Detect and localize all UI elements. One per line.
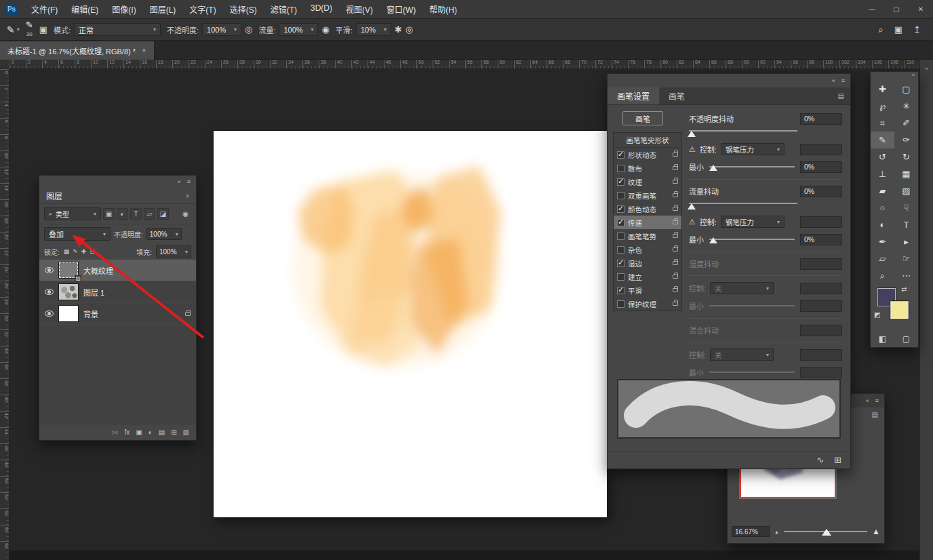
lock-icon[interactable] [673,261,678,265]
toggle-brush-panel-icon[interactable]: ▣ [39,24,47,35]
filter-pin-icon[interactable]: ◉ [180,208,191,220]
layer-filter-select[interactable]: ⌕ 类型 ▾ [44,207,101,220]
layer-thumbnail[interactable] [58,283,79,300]
dodge-tool[interactable]: ◐ [871,216,894,233]
tab-layers[interactable]: 图层 [46,190,62,201]
brush-setting-row[interactable]: 建立 [614,270,681,283]
filter-shape-icon[interactable]: ▱ [144,208,155,220]
document-canvas[interactable] [214,131,607,517]
menu-item[interactable]: 帮助(H) [422,3,464,15]
healing-brush-tool[interactable]: ✑ [894,132,918,148]
panel-menu-icon[interactable]: ≡ [187,178,191,185]
restore-button[interactable]: ▢ [884,5,909,13]
brush-tip-shape-item[interactable]: 画笔笔尖形状 [614,133,681,148]
airbrush-icon[interactable]: ◉ [321,24,329,35]
swap-colors-icon[interactable]: ⇄ [901,285,907,293]
panel-menu-icon[interactable]: ≡ [875,397,879,404]
panel-collapse-icon[interactable]: « [866,397,869,404]
panel-menu-icon[interactable]: ≡ [841,77,845,84]
brush-presets-button[interactable]: 画笔 [622,111,663,125]
setting-checkbox[interactable] [617,205,624,213]
smoothing-select[interactable]: 10% ▾ [356,23,391,36]
screen-mode-button[interactable]: ▢ [902,334,910,344]
flow-jitter-slider[interactable] [689,200,842,209]
brush-panel-tab[interactable]: 画笔设置 [608,87,659,104]
panel-menu-icon[interactable]: ≡ [186,193,189,199]
setting-checkbox[interactable] [617,219,624,226]
lock-icon[interactable] [673,247,678,252]
menu-item[interactable]: 3D(D) [304,3,339,15]
filter-adjustment-icon[interactable]: ◐ [117,208,128,220]
brush-setting-row[interactable]: 传递 [614,216,681,229]
magic-wand-tool[interactable]: ✳ [894,98,918,115]
navigator-zoom-input[interactable]: 16.67% [732,526,770,537]
layer-fill-select[interactable]: 100% ▾ [156,245,191,258]
panel-collapse-icon[interactable]: « [178,178,181,185]
filter-image-icon[interactable]: ▣ [103,208,115,220]
filter-type-icon[interactable]: T [130,208,142,220]
navigator-options-icon[interactable]: ▤ [872,411,878,418]
brush-tool[interactable]: ✎ [871,132,894,148]
eraser-tool[interactable]: ▰ [871,182,894,199]
crop-tool[interactable]: ⌗ [871,115,894,132]
clone-stamp-tool[interactable]: ⊥ [871,165,894,182]
move-tool[interactable]: ✚ [871,81,894,98]
layer-blend-mode-select[interactable]: 叠加 ▾ [44,227,111,241]
menu-item[interactable]: 文件(F) [24,3,64,15]
layer-thumbnail[interactable]: ▨ [58,262,79,279]
opacity-minimum-slider[interactable] [709,163,795,171]
tab-close-icon[interactable]: ✕ [142,47,146,54]
opacity-jitter-value[interactable]: 0% [800,113,842,125]
zoom-tool[interactable]: ⌕ [871,267,894,284]
setting-checkbox[interactable] [617,246,624,254]
workspace-switcher-icon[interactable]: ▣ [894,24,902,35]
delete-layer-icon[interactable]: ▥ [183,428,189,436]
pressure-opacity-icon[interactable]: ◎ [245,24,252,35]
setting-checkbox[interactable] [617,192,624,199]
gradient-tool[interactable]: ▨ [894,182,918,199]
opacity-control-select[interactable]: 钢笔压力 ▾ [721,143,785,155]
panel-collapse-icon[interactable]: « [832,77,835,84]
setting-checkbox[interactable] [617,233,624,240]
lock-paint-icon[interactable]: ✎ [73,248,78,255]
live-tip-preview-icon[interactable]: ∿ [816,455,824,465]
flow-select[interactable]: 100% ▾ [279,23,318,36]
pattern-stamp-tool[interactable]: ▦ [894,165,918,182]
opacity-minimum-value[interactable]: 0% [800,161,842,173]
marquee-tool[interactable]: ▢ [894,81,918,98]
brush-setting-row[interactable]: 画笔笔势 [614,229,681,243]
layer-thumbnail[interactable] [58,305,79,322]
share-icon[interactable]: ↥ [913,24,921,35]
tool-preset-picker[interactable]: ✎ ▾ [7,24,20,35]
layer-visibility-icon[interactable] [45,267,54,273]
lock-icon[interactable] [673,234,678,238]
edit-toolbar[interactable]: ⋯ [894,267,918,284]
menu-item[interactable]: 选择(S) [223,3,264,15]
opacity-jitter-slider[interactable] [689,127,842,137]
setting-checkbox[interactable] [617,151,624,159]
lock-icon[interactable] [673,302,678,306]
hand-tool[interactable]: ☞ [894,250,918,267]
brush-setting-row[interactable]: 纹理 [614,175,681,188]
document-tab[interactable]: 未标题-1 @ 16.7%(大概纹理, RGB/8) * ✕ [0,41,155,60]
history-brush-tool[interactable]: ↺ [871,148,894,165]
layer-visibility-icon[interactable] [45,289,54,295]
layer-group-icon[interactable]: ▤ [159,428,165,436]
lock-icon[interactable] [673,220,678,224]
panel-options-icon[interactable]: ▤ [832,87,850,104]
adjustment-layer-icon[interactable]: ◐ [148,428,153,436]
zoom-in-icon[interactable]: ▲ [872,527,880,536]
layer-opacity-select[interactable]: 100% ▾ [146,228,182,240]
layer-row[interactable]: 背景 [39,303,196,325]
new-brush-icon[interactable]: ⊞ [834,455,841,465]
brush-setting-row[interactable]: 杂色 [614,243,681,256]
brush-setting-row[interactable]: 保护纹理 [614,297,681,311]
setting-checkbox[interactable] [617,165,624,172]
lasso-tool[interactable]: ℘ [871,98,894,115]
pen-tool[interactable]: ✒ [871,233,894,250]
lock-transparency-icon[interactable]: ▦ [64,248,70,255]
layer-style-icon[interactable]: fx [124,428,130,436]
flow-control-select[interactable]: 钢笔压力 ▾ [721,216,785,228]
brush-setting-row[interactable]: 散布 [614,161,681,175]
setting-checkbox[interactable] [617,178,624,186]
